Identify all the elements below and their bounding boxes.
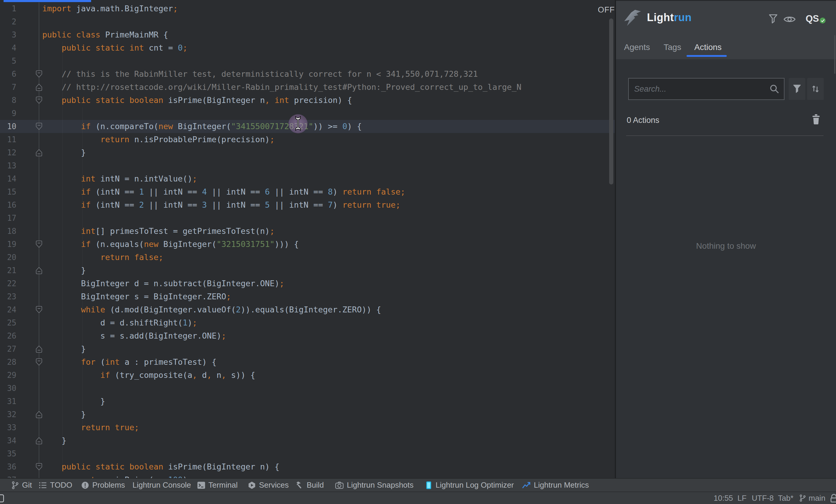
delete-all-actions-trash-icon[interactable]	[811, 113, 823, 127]
line-number[interactable]: 33	[0, 421, 16, 434]
line-number[interactable]: 12	[0, 146, 16, 159]
line-number[interactable]: 5	[0, 55, 16, 67]
tab-tags[interactable]: Tags	[664, 42, 681, 56]
code-line[interactable]: return false;	[42, 251, 163, 264]
tab-agents[interactable]: Agents	[624, 42, 650, 56]
line-number[interactable]: 36	[0, 460, 16, 473]
line-number[interactable]: 3	[0, 28, 16, 41]
line-number[interactable]: 4	[0, 41, 16, 55]
code-line[interactable]: public static boolean isPrime(BigInteger…	[42, 460, 280, 473]
line-number[interactable]: 7	[0, 81, 16, 94]
code-line[interactable]: public static int cnt = 0;	[42, 41, 188, 55]
code-line[interactable]: if (intN == 2 || intN == 3 || intN == 5 …	[42, 198, 400, 212]
fold-end-icon[interactable]	[35, 411, 42, 418]
code-line[interactable]: int[] primesToTest = getPrimesToTest(n);	[42, 225, 274, 238]
code-line[interactable]: }	[42, 408, 86, 421]
fold-start-icon[interactable]	[35, 463, 42, 471]
actions-search-field[interactable]: Search...	[628, 78, 784, 100]
fold-end-icon[interactable]	[35, 83, 42, 91]
line-number[interactable]: 29	[0, 369, 16, 382]
fold-end-icon[interactable]	[35, 345, 42, 353]
code-line[interactable]: public class PrimeMainMR {	[42, 28, 168, 41]
line-number[interactable]: 14	[0, 172, 16, 186]
line-number[interactable]: 35	[0, 447, 16, 460]
line-number[interactable]: 9	[0, 107, 16, 120]
code-line[interactable]: return n.isProbablePrime(precision);	[42, 133, 274, 146]
code-line[interactable]: int intN = n.intValue();	[42, 172, 197, 186]
code-line[interactable]: for (int a : primesToTest) {	[42, 355, 216, 369]
status-git-branch[interactable]: main	[799, 492, 825, 504]
code-line[interactable]: public static boolean isPrime(BigInteger…	[42, 94, 352, 107]
line-number[interactable]: 10	[0, 120, 16, 133]
line-number[interactable]: 16	[0, 198, 16, 212]
code-line[interactable]: BigInteger d = n.subtract(BigInteger.ONE…	[42, 277, 284, 290]
code-line[interactable]: // this is the RabinMiller test, determi…	[42, 67, 478, 81]
status-encoding[interactable]: UTF-8	[752, 492, 774, 504]
code-line[interactable]: d = d.shiftRight(1);	[42, 316, 197, 329]
line-number[interactable]: 20	[0, 251, 16, 264]
code-line[interactable]: }	[42, 343, 86, 355]
tool-window-switcher-icon[interactable]	[0, 494, 4, 503]
fold-start-icon[interactable]	[35, 70, 42, 78]
fold-start-icon[interactable]	[35, 96, 42, 104]
sort-order-button[interactable]	[807, 78, 824, 100]
fold-end-icon[interactable]	[35, 437, 42, 445]
fold-end-icon[interactable]	[35, 267, 42, 274]
line-number[interactable]: 11	[0, 133, 16, 146]
line-number[interactable]: 23	[0, 290, 16, 303]
code-line[interactable]: }	[42, 434, 66, 447]
code-line[interactable]: if (n.equals(new BigInteger("3215031751"…	[42, 238, 299, 251]
code-line[interactable]: }	[42, 395, 105, 408]
fold-start-icon[interactable]	[35, 122, 42, 130]
fold-end-icon[interactable]	[35, 149, 42, 156]
line-number[interactable]: 19	[0, 238, 16, 251]
line-number[interactable]: 17	[0, 212, 16, 225]
toolwindow-git[interactable]: Git	[11, 479, 32, 491]
fold-start-icon[interactable]	[35, 358, 42, 366]
toolwindow-lightrun-log-optimizer[interactable]: Lightrun Log Optimizer	[425, 479, 514, 491]
line-number[interactable]: 1	[0, 2, 16, 15]
code-line[interactable]: }	[42, 146, 86, 159]
code-line[interactable]: return true;	[42, 421, 139, 434]
code-line[interactable]: }	[42, 264, 86, 277]
line-number[interactable]: 27	[0, 343, 16, 355]
status-clock[interactable]: 10:55	[714, 492, 733, 504]
code-line[interactable]: import java.math.BigInteger;	[42, 2, 178, 15]
code-line[interactable]: if (n.compareTo(new BigInteger("34155007…	[42, 120, 362, 133]
editor-scrollbar-thumb[interactable]	[609, 18, 613, 185]
code-line[interactable]: return isPrime(n, 100)	[42, 473, 188, 478]
line-number[interactable]: 30	[0, 382, 16, 395]
code-line[interactable]: // http://rosettacode.org/wiki/Miller-Ra…	[42, 81, 521, 94]
search-filter-button[interactable]	[788, 78, 805, 100]
line-number[interactable]: 6	[0, 67, 16, 81]
tab-actions[interactable]: Actions	[694, 42, 722, 56]
line-number[interactable]: 34	[0, 434, 16, 447]
eye-icon[interactable]	[783, 15, 796, 23]
toolwindow-lightrun-console[interactable]: Lightrun Console	[132, 479, 191, 491]
line-number[interactable]: 15	[0, 186, 16, 198]
line-number[interactable]: 21	[0, 264, 16, 277]
status-indent[interactable]: Tab*	[778, 492, 794, 504]
line-number[interactable]: 37	[0, 473, 16, 478]
line-number[interactable]: 31	[0, 395, 16, 408]
code-line[interactable]: if (intN == 1 || intN == 4 || intN == 6 …	[42, 186, 405, 198]
toolwindow-todo[interactable]: TODO	[39, 479, 72, 491]
line-number[interactable]: 22	[0, 277, 16, 290]
toolwindow-build[interactable]: Build	[295, 479, 324, 491]
line-number[interactable]: 13	[0, 159, 16, 172]
toolwindow-problems[interactable]: Problems	[81, 479, 125, 491]
panel-scrollbar-thumb[interactable]	[834, 35, 835, 74]
code-line[interactable]: while (d.mod(BigInteger.valueOf(2)).equa…	[42, 303, 381, 316]
filter-funnel-icon[interactable]	[769, 14, 778, 24]
account-initials[interactable]: QS	[805, 13, 819, 24]
status-line-ending[interactable]: LF	[738, 492, 746, 504]
line-number[interactable]: 2	[0, 15, 16, 28]
toolwindow-terminal[interactable]: Terminal	[197, 479, 238, 491]
line-number[interactable]: 32	[0, 408, 16, 421]
lock-icon[interactable]	[830, 493, 836, 503]
toolwindow-services[interactable]: Services	[248, 479, 289, 491]
line-number[interactable]: 24	[0, 303, 16, 316]
fold-start-icon[interactable]	[35, 240, 42, 248]
line-number[interactable]: 18	[0, 225, 16, 238]
code-line[interactable]: BigInteger s = BigInteger.ZERO;	[42, 290, 231, 303]
